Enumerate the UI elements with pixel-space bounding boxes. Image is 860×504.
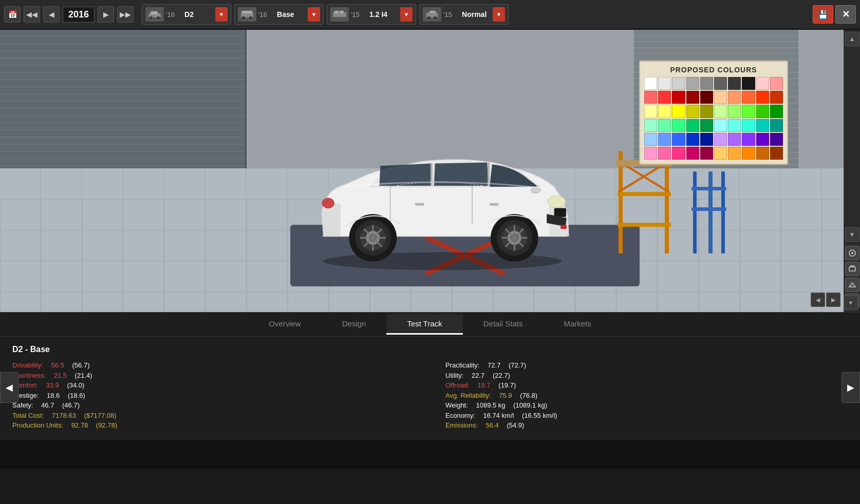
colour-cell-15[interactable] bbox=[714, 91, 727, 104]
vehicle-1-dropdown[interactable]: ▼ bbox=[215, 7, 228, 22]
colour-cell-52[interactable] bbox=[672, 147, 685, 160]
scroll-v-button[interactable]: ▼ bbox=[844, 296, 858, 310]
colour-cell-33[interactable] bbox=[686, 119, 699, 132]
colour-cell-4[interactable] bbox=[700, 77, 713, 90]
svg-rect-38 bbox=[415, 203, 424, 206]
colour-cell-48[interactable] bbox=[756, 133, 769, 146]
colour-cell-40[interactable] bbox=[644, 133, 657, 146]
stat-label: Drivability: bbox=[12, 360, 43, 371]
colour-cell-49[interactable] bbox=[770, 133, 783, 146]
colour-cell-30[interactable] bbox=[644, 119, 657, 132]
colour-cell-18[interactable] bbox=[756, 91, 769, 104]
prev-year-button[interactable]: ◀ bbox=[43, 6, 60, 23]
rotate-right-button[interactable]: ▶ bbox=[826, 293, 840, 307]
colour-cell-13[interactable] bbox=[686, 91, 699, 104]
colour-cell-26[interactable] bbox=[728, 105, 741, 118]
colour-cell-20[interactable] bbox=[644, 105, 657, 118]
colour-cell-43[interactable] bbox=[686, 133, 699, 146]
colour-cell-17[interactable] bbox=[742, 91, 755, 104]
colour-cell-46[interactable] bbox=[728, 133, 741, 146]
colour-cell-8[interactable] bbox=[756, 77, 769, 90]
colour-cell-3[interactable] bbox=[686, 77, 699, 90]
colour-cell-55[interactable] bbox=[714, 147, 727, 160]
colour-cell-51[interactable] bbox=[658, 147, 671, 160]
colour-cell-23[interactable] bbox=[686, 105, 699, 118]
stat-label: Practicality: bbox=[445, 360, 479, 371]
view-btn-2[interactable] bbox=[845, 262, 859, 276]
nav-arrow-right[interactable]: ▶ bbox=[842, 372, 860, 403]
colour-cell-1[interactable] bbox=[658, 77, 671, 90]
vehicle-3-year: '15 bbox=[351, 11, 365, 18]
colour-cell-19[interactable] bbox=[770, 91, 783, 104]
colour-cell-5[interactable] bbox=[714, 77, 727, 90]
svg-point-35 bbox=[322, 198, 334, 208]
colour-cell-39[interactable] bbox=[770, 119, 783, 132]
colour-cell-54[interactable] bbox=[700, 147, 713, 160]
colour-cell-24[interactable] bbox=[700, 105, 713, 118]
close-button[interactable]: ✕ bbox=[835, 5, 856, 24]
colour-cell-41[interactable] bbox=[658, 133, 671, 146]
vehicle-4-year: '15 bbox=[443, 11, 458, 18]
tab-design[interactable]: Design bbox=[322, 314, 387, 335]
scroll-up-button[interactable]: ▲ bbox=[845, 32, 859, 46]
colour-cell-57[interactable] bbox=[742, 147, 755, 160]
colour-cell-29[interactable] bbox=[770, 105, 783, 118]
colour-cell-59[interactable] bbox=[770, 147, 783, 160]
colour-cell-50[interactable] bbox=[644, 147, 657, 160]
vehicle-selector-2: '16 Base ▼ bbox=[234, 4, 324, 25]
next-next-year-button[interactable]: ▶▶ bbox=[117, 6, 134, 23]
colour-cell-27[interactable] bbox=[742, 105, 755, 118]
colour-cell-44[interactable] bbox=[700, 133, 713, 146]
vehicle-2-name: Base bbox=[275, 10, 306, 18]
vehicle-3-dropdown[interactable]: ▼ bbox=[400, 7, 413, 22]
colour-cell-14[interactable] bbox=[700, 91, 713, 104]
tab-test-track[interactable]: Test Track bbox=[386, 314, 462, 335]
tab-markets[interactable]: Markets bbox=[543, 314, 611, 335]
view-btn-1[interactable] bbox=[845, 246, 859, 260]
colour-cell-53[interactable] bbox=[686, 147, 699, 160]
colour-cell-6[interactable] bbox=[728, 77, 741, 90]
view-btn-3[interactable] bbox=[845, 278, 859, 292]
svg-rect-25 bbox=[691, 187, 726, 190]
tab-detail-stats[interactable]: Detail Stats bbox=[463, 314, 544, 335]
colour-cell-2[interactable] bbox=[672, 77, 685, 90]
colour-cell-37[interactable] bbox=[742, 119, 755, 132]
colour-cell-32[interactable] bbox=[672, 119, 685, 132]
colour-cell-7[interactable] bbox=[742, 77, 755, 90]
nav-arrow-left[interactable]: ◀ bbox=[0, 372, 18, 403]
colour-cell-10[interactable] bbox=[644, 91, 657, 104]
tab-overview[interactable]: Overview bbox=[248, 314, 322, 335]
colour-cell-16[interactable] bbox=[728, 91, 741, 104]
colour-cell-34[interactable] bbox=[700, 119, 713, 132]
colour-cell-22[interactable] bbox=[672, 105, 685, 118]
colour-cell-0[interactable] bbox=[644, 77, 657, 90]
colour-cell-35[interactable] bbox=[714, 119, 727, 132]
right-scroll-panel: ▲ ▼ bbox=[844, 30, 860, 312]
colour-cell-12[interactable] bbox=[672, 91, 685, 104]
colour-cell-11[interactable] bbox=[658, 91, 671, 104]
scroll-down-button[interactable]: ▼ bbox=[845, 227, 859, 242]
vehicle-icon-1 bbox=[145, 7, 164, 22]
colour-cell-56[interactable] bbox=[728, 147, 741, 160]
colour-cell-45[interactable] bbox=[714, 133, 727, 146]
colour-cell-38[interactable] bbox=[756, 119, 769, 132]
colour-cell-47[interactable] bbox=[742, 133, 755, 146]
svg-rect-19 bbox=[618, 223, 671, 227]
next-year-button[interactable]: ▶ bbox=[98, 6, 114, 23]
colour-cell-9[interactable] bbox=[770, 77, 783, 90]
calendar-button[interactable]: 📅 bbox=[4, 6, 21, 23]
vehicle-2-dropdown[interactable]: ▼ bbox=[308, 7, 320, 22]
vehicle-4-dropdown[interactable]: ▼ bbox=[493, 7, 505, 22]
colour-cell-21[interactable] bbox=[658, 105, 671, 118]
colour-cell-25[interactable] bbox=[714, 105, 727, 118]
prev-prev-year-button[interactable]: ◀◀ bbox=[24, 6, 40, 23]
rotate-left-button[interactable]: ◀ bbox=[811, 293, 825, 307]
colour-cell-58[interactable] bbox=[756, 147, 769, 160]
colour-cell-31[interactable] bbox=[658, 119, 671, 132]
tabs-bar: OverviewDesignTest TrackDetail StatsMark… bbox=[0, 312, 860, 337]
colour-cell-36[interactable] bbox=[728, 119, 741, 132]
save-button[interactable]: 💾 bbox=[813, 5, 833, 24]
colour-cell-42[interactable] bbox=[672, 133, 685, 146]
colour-cell-28[interactable] bbox=[756, 105, 769, 118]
stat-value: 92.78 bbox=[71, 420, 88, 431]
